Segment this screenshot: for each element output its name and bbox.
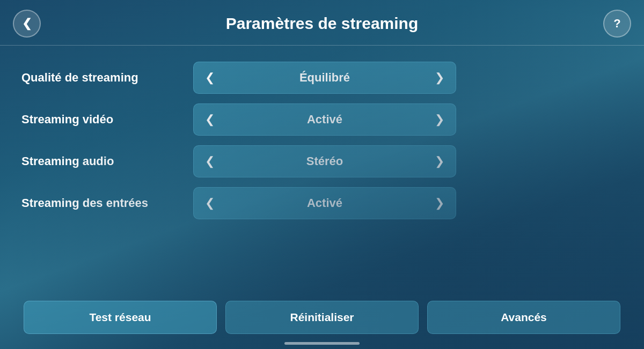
chevron-left-icon: ❮: [205, 196, 215, 210]
settings-content: Qualité de streaming ❮ Équilibré ❯ Strea…: [0, 46, 644, 240]
setting-row-quality: Qualité de streaming ❮ Équilibré ❯: [21, 62, 623, 94]
inputs-value: Activé: [226, 196, 423, 210]
scroll-indicator: [284, 342, 360, 345]
setting-row-inputs: Streaming des entrées ❮ Activé ❯: [21, 187, 623, 219]
back-icon: ❮: [22, 17, 32, 31]
chevron-right-icon: ❯: [435, 154, 444, 168]
setting-row-video: Streaming vidéo ❮ Activé ❯: [21, 103, 623, 136]
inputs-prev-button[interactable]: ❮: [194, 187, 226, 219]
quality-prev-button[interactable]: ❮: [194, 62, 226, 94]
chevron-left-icon: ❮: [205, 154, 215, 168]
back-button[interactable]: ❮: [13, 10, 41, 38]
inputs-selector: ❮ Activé ❯: [193, 187, 456, 219]
test-reseau-label: Test réseau: [89, 311, 151, 324]
chevron-right-icon: ❯: [435, 196, 444, 210]
avances-label: Avancés: [501, 311, 547, 324]
audio-label: Streaming audio: [21, 154, 193, 168]
quality-value: Équilibré: [226, 71, 423, 85]
chevron-left-icon: ❮: [205, 113, 215, 127]
video-selector: ❮ Activé ❯: [193, 103, 456, 136]
quality-next-button[interactable]: ❯: [423, 62, 456, 94]
chevron-left-icon: ❮: [205, 71, 215, 85]
audio-value: Stéréo: [226, 154, 423, 168]
page-title: Paramètres de streaming: [41, 14, 603, 33]
audio-selector: ❮ Stéréo ❯: [193, 145, 456, 177]
help-button[interactable]: ?: [603, 10, 631, 38]
quality-label: Qualité de streaming: [21, 71, 193, 85]
help-icon: ?: [613, 17, 620, 31]
bottom-bar: Test réseau Réinitialiser Avancés: [0, 301, 644, 334]
avances-button[interactable]: Avancés: [427, 301, 620, 334]
chevron-right-icon: ❯: [435, 113, 444, 127]
video-next-button[interactable]: ❯: [423, 103, 456, 136]
reinitialiser-label: Réinitialiser: [290, 311, 354, 324]
inputs-next-button[interactable]: ❯: [423, 187, 456, 219]
chevron-right-icon: ❯: [435, 71, 444, 85]
test-reseau-button[interactable]: Test réseau: [24, 301, 217, 334]
audio-next-button[interactable]: ❯: [423, 145, 456, 177]
video-label: Streaming vidéo: [21, 113, 193, 127]
setting-row-audio: Streaming audio ❮ Stéréo ❯: [21, 145, 623, 177]
inputs-label: Streaming des entrées: [21, 196, 193, 210]
quality-selector: ❮ Équilibré ❯: [193, 62, 456, 94]
video-value: Activé: [226, 113, 423, 127]
header: ❮ Paramètres de streaming ?: [0, 0, 644, 46]
video-prev-button[interactable]: ❮: [194, 103, 226, 136]
reinitialiser-button[interactable]: Réinitialiser: [225, 301, 419, 334]
audio-prev-button[interactable]: ❮: [194, 145, 226, 177]
